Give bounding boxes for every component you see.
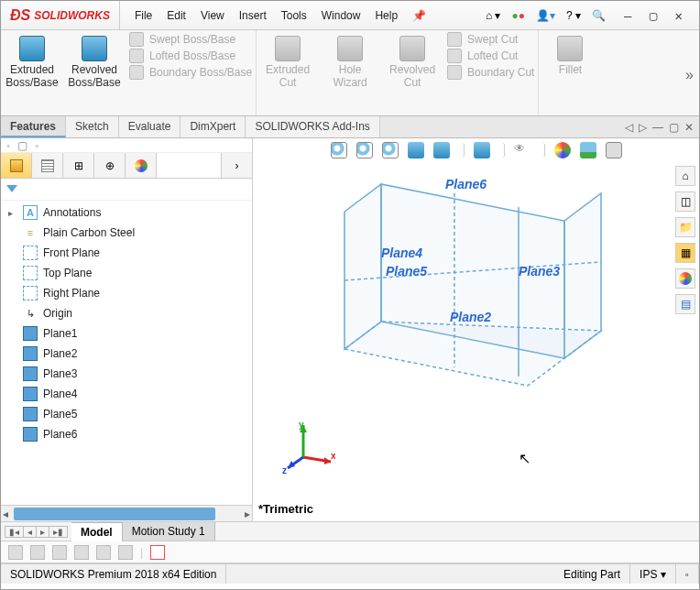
tab-evaluate[interactable]: Evaluate [119,116,181,137]
restore-doc-icon[interactable]: ▢ [669,121,679,134]
box-icon[interactable]: ▢ [17,139,27,152]
tab-addins[interactable]: SOLIDWORKS Add-Ins [246,116,379,137]
tree-item[interactable]: Plane2 [1,344,252,364]
dot-icon[interactable]: ◦ [6,139,10,152]
taskpane-appearance-icon[interactable] [675,268,695,289]
tree-item[interactable]: Plane3 [1,364,252,384]
tab-sketch[interactable]: Sketch [66,116,119,137]
prev-icon[interactable]: ◁ [625,121,633,134]
grid-icon[interactable] [74,545,89,560]
panel-hscroll[interactable]: ◂▸ [1,505,252,521]
tree-item[interactable]: Top Plane [1,263,252,283]
help-icon[interactable]: ? ▾ [566,9,581,22]
taskpane-library-icon[interactable]: ◫ [675,191,695,212]
label: Revolved [71,63,117,76]
ribbon-group-fillet: Fillet [538,30,601,115]
tree-item-label: Origin [43,307,72,320]
maximize-button[interactable]: ▢ [642,5,664,27]
status-extra[interactable]: ◦ [676,564,699,584]
line-icon[interactable] [52,545,67,560]
boundary-boss-button[interactable]: Boundary Boss/Base [129,65,252,80]
fillet-button[interactable]: Fillet [541,34,599,78]
origin-icon[interactable] [150,545,165,560]
nav-first-icon[interactable]: ▮◂ [5,527,24,537]
nav-next-icon[interactable]: ▸ [37,527,49,537]
menu-view[interactable]: View [193,4,232,27]
select-icon[interactable] [8,545,23,560]
taskpane-properties-icon[interactable]: ▤ [675,294,695,314]
close-doc-icon[interactable]: ✕ [684,121,694,134]
panel-expand[interactable]: › [221,153,252,178]
tree-filter[interactable] [1,179,252,201]
menu-help[interactable]: Help [367,4,405,27]
swept-boss-icon [129,32,144,47]
lofted-boss-button[interactable]: Lofted Boss/Base [129,49,252,63]
hole-wizard-button[interactable]: Hole Wizard [321,34,379,91]
next-icon[interactable]: ▷ [639,121,647,134]
revolved-boss-button[interactable]: Revolved Boss/Base [65,34,124,91]
display-tab[interactable] [126,153,157,178]
taskpane-home-icon[interactable]: ⌂ [675,166,695,186]
menu-window[interactable]: Window [314,4,368,27]
user-icon[interactable]: 👤▾ [536,9,555,22]
menu-tools[interactable]: Tools [274,4,314,27]
swept-cut-button[interactable]: Swept Cut [447,32,534,47]
extruded-cut-button[interactable]: Extruded Cut [258,34,317,91]
tree-item[interactable]: Plane6 [1,424,252,444]
plane3-label: Plane3 [519,264,560,279]
config-tab[interactable]: ⊞ [63,153,94,178]
model-tab[interactable]: Model [71,522,123,541]
tab-features[interactable]: Features [1,116,66,137]
tree-item-label: Plane6 [43,428,77,441]
pattern-icon[interactable] [96,545,111,560]
tree-item[interactable]: ↳Origin [1,303,252,323]
tree-item[interactable]: ≡Plain Carbon Steel [1,223,252,243]
tree-item[interactable]: Plane4 [1,384,252,404]
feature-tree-tab[interactable] [1,153,32,178]
revolved-cut-button[interactable]: Revolved Cut [383,34,442,91]
tab-dimxpert[interactable]: DimXpert [180,116,246,137]
lofted-cut-button[interactable]: Lofted Cut [447,49,534,63]
scroll-thumb[interactable] [14,508,215,520]
lofted-boss-icon [129,49,144,63]
swept-boss-button[interactable]: Swept Boss/Base [129,32,252,47]
lofted-cut-icon [447,49,462,63]
menu-edit[interactable]: Edit [159,4,193,27]
separator [540,143,545,158]
minimize-button[interactable]: — [617,5,639,27]
menu-file[interactable]: File [127,4,159,27]
units-label[interactable]: IPS ▾ [630,564,676,584]
pin-icon[interactable]: 📌 [405,4,433,27]
label: Fillet [559,63,582,76]
tree-item[interactable]: Plane1 [1,323,252,344]
tree-item[interactable]: ▸AAnnotations [1,202,252,223]
view-icon[interactable] [118,545,133,560]
plane5-label: Plane5 [386,264,427,279]
dot-icon[interactable]: ◦ [35,139,38,152]
extruded-boss-button[interactable]: Extruded Boss/Base [3,34,61,91]
motion-study-tab[interactable]: Motion Study 1 [123,522,215,541]
boundary-cut-icon [447,65,462,80]
minimize-doc-icon[interactable]: — [652,121,663,134]
dimxpert-tab[interactable]: ⊕ [94,153,126,178]
caret-icon: ▸ [8,208,17,218]
ribbon-overflow-icon[interactable]: » [685,67,694,83]
menu-insert[interactable]: Insert [232,4,274,27]
nav-last-icon[interactable]: ▸▮ [49,527,67,537]
tree-item-label: Front Plane [43,246,100,259]
property-tab[interactable] [32,153,63,178]
boundary-cut-button[interactable]: Boundary Cut [447,65,534,80]
status-icon[interactable]: ●● [511,9,525,22]
close-button[interactable]: ✕ [668,5,690,27]
measure-icon[interactable] [30,545,45,560]
tree-item[interactable]: Plane5 [1,404,252,424]
graphics-viewport[interactable]: 👁 Plane6 Plane4 Plane5 Plane3 Plane2 [253,138,699,521]
home-icon[interactable]: ⌂ ▾ [486,9,501,22]
feature-tree[interactable]: ▸AAnnotations≡Plain Carbon SteelFront Pl… [1,201,252,505]
tree-item[interactable]: Right Plane [1,283,252,303]
taskpane-view-icon[interactable]: ▦ [675,243,695,263]
tree-item[interactable]: Front Plane [1,243,252,263]
nav-prev-icon[interactable]: ◂ [24,527,37,537]
search-icon[interactable]: 🔍 [592,9,606,22]
taskpane-explorer-icon[interactable]: 📁 [675,217,695,237]
